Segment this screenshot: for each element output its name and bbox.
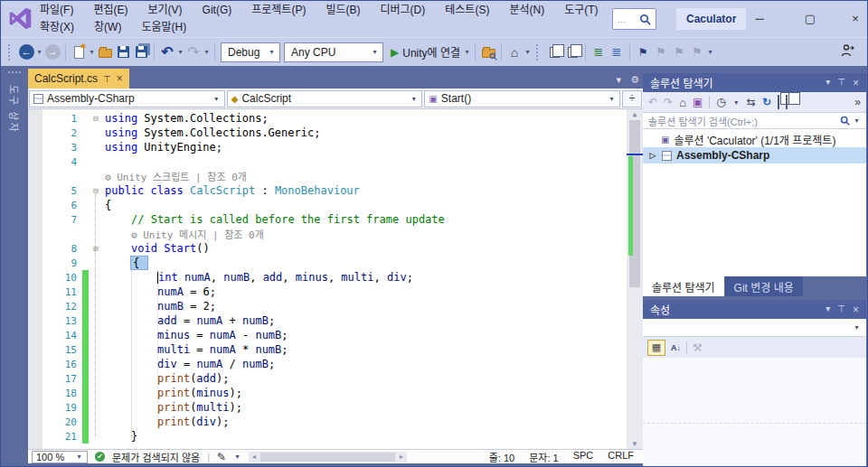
code-text[interactable]: int numA, numB, add, minus, multi, div;	[105, 271, 413, 284]
code-text[interactable]: ⚙ Unity 스크립트 | 참조 0개	[105, 169, 247, 183]
properties-object-combobox[interactable]: ▾	[643, 319, 866, 337]
member-dropdown[interactable]: ▣ Start() ▾	[424, 90, 620, 107]
code-line[interactable]: 21}	[28, 429, 627, 444]
code-text[interactable]: minus = numA - numB;	[105, 329, 288, 341]
code-line[interactable]: 7// Start is called before the first fra…	[28, 212, 627, 227]
code-line[interactable]: 19print(multi);	[28, 400, 627, 415]
send-feedback-icon[interactable]	[840, 43, 854, 58]
property-pages-wrench-icon[interactable]: ⚒	[693, 341, 703, 354]
code-text[interactable]: multi = numA * numB;	[105, 343, 288, 356]
code-editor[interactable]: 1⊟using System.Collections;2using System…	[28, 109, 643, 449]
code-text[interactable]: }	[105, 430, 137, 443]
code-line[interactable]: 1⊟using System.Collections;	[28, 111, 627, 126]
properties-header[interactable]: 속성 ▾ ⊤ ×	[643, 300, 866, 319]
code-text[interactable]: div = numA / numB;	[105, 358, 275, 370]
tab-options-gear-icon[interactable]: ⚙	[630, 74, 639, 86]
search-options-dropdown[interactable]: ▾	[853, 117, 861, 125]
scroll-right-icon[interactable]: ▸	[396, 453, 407, 461]
code-line[interactable]: 17print(add);	[28, 371, 627, 386]
window-position-dropdown-icon[interactable]: ▾	[826, 77, 830, 89]
fold-marker-icon[interactable]: ⊟	[89, 186, 103, 195]
code-line[interactable]: 5⊟public class CalcScript : MonoBehaviou…	[28, 183, 627, 198]
clear-bookmarks-icon[interactable]: ⚑	[688, 42, 706, 62]
scroll-down-icon[interactable]: ▼	[627, 440, 643, 448]
navigate-forward-button[interactable]: →	[43, 42, 61, 62]
preview-selected-icon[interactable]	[786, 96, 788, 108]
code-text[interactable]: void Start()	[105, 242, 210, 255]
sync-dropdown[interactable]: ▾	[524, 48, 532, 56]
solution-explorer-header[interactable]: 솔루션 탐색기 ▾ ⊤ ×	[643, 73, 866, 92]
code-line[interactable]: 4	[28, 154, 627, 169]
code-line[interactable]: 14minus = numA - numB;	[28, 328, 627, 342]
code-text[interactable]: // Start is called before the first fram…	[105, 213, 445, 226]
code-text[interactable]: print(minus);	[105, 387, 242, 399]
toolbar-overflow-icon[interactable]: »	[854, 96, 861, 108]
window-position-dropdown-icon[interactable]: ▾	[826, 304, 830, 316]
code-line[interactable]: 10int numA, numB, add, minus, multi, div…	[28, 270, 627, 285]
code-line[interactable]: 13add = numA + numB;	[28, 313, 627, 328]
code-text[interactable]: print(multi);	[105, 401, 242, 414]
code-text[interactable]: {	[105, 257, 147, 269]
navigate-back-dropdown[interactable]: ▾	[35, 48, 43, 56]
tab-git-changes[interactable]: Git 변경 내용	[725, 276, 803, 296]
code-text[interactable]: using System.Collections.Generic;	[105, 126, 320, 139]
code-text[interactable]: public class CalcScript : MonoBehaviour	[105, 184, 360, 197]
type-dropdown[interactable]: ◆ CalcScript ▾	[227, 90, 423, 107]
menu-item-1[interactable]: 창(W)	[84, 18, 131, 36]
refresh-icon[interactable]: ↻	[762, 96, 771, 108]
bookmark-dropdown[interactable]: ▾	[706, 48, 714, 56]
fold-marker-icon[interactable]: ⊟	[89, 244, 103, 253]
zoom-dropdown[interactable]: 100 %▾	[32, 451, 88, 463]
scroll-left-icon[interactable]: ◂	[249, 453, 259, 461]
editor-vertical-scrollbar[interactable]: ▲ ▼	[627, 109, 643, 449]
navigate-back-button[interactable]: ←	[17, 42, 35, 62]
code-text[interactable]: ⚙ Unity 메시지 | 참조 0개	[105, 227, 264, 241]
next-bookmark-icon[interactable]: ⚑	[670, 42, 688, 62]
document-tab[interactable]: CalcScript.cs ⊤ ×	[28, 69, 129, 89]
quick-search-box[interactable]: ...	[612, 8, 656, 30]
code-cleanup-icon[interactable]: ✎	[217, 451, 226, 463]
outline-window-icon[interactable]	[563, 42, 581, 62]
back-icon[interactable]: ↶	[648, 96, 657, 108]
switch-views-icon[interactable]: ▣	[693, 96, 703, 108]
code-text[interactable]: print(div);	[105, 416, 230, 428]
code-line[interactable]: 16div = numA / numB;	[28, 357, 627, 371]
code-line[interactable]: 9{	[28, 256, 627, 270]
document-tab-label[interactable]: CalcScript.cs	[34, 72, 98, 85]
menu-item-5[interactable]: 빌드(B)	[316, 1, 370, 19]
toolbar-grip[interactable]	[8, 44, 13, 61]
alphabetical-sort-button[interactable]: A↓	[671, 343, 681, 352]
split-window-button[interactable]: ÷	[622, 90, 642, 107]
menu-item-2[interactable]: 도움말(H)	[131, 18, 196, 36]
close-panel-icon[interactable]: ×	[853, 77, 859, 89]
new-file-dropdown[interactable]: ▾	[88, 48, 96, 56]
sync-namespace-button[interactable]: ⌂	[505, 42, 524, 62]
code-text[interactable]: numA = 6;	[105, 285, 216, 298]
redo-button[interactable]: ↷	[184, 42, 203, 62]
increase-indent-icon[interactable]: ≣	[608, 42, 626, 62]
redo-dropdown[interactable]: ▾	[203, 48, 211, 56]
tab-list-dropdown-icon[interactable]: ▾	[617, 74, 622, 86]
collapse-all-icon[interactable]	[778, 96, 779, 108]
scroll-up-icon[interactable]: ▲	[627, 110, 643, 118]
health-check-icon[interactable]: ✔	[95, 452, 105, 462]
new-window-icon[interactable]	[545, 42, 563, 62]
code-line[interactable]: ⚙ Unity 스크립트 | 참조 0개	[28, 169, 627, 183]
fold-marker-icon[interactable]: ⊟	[89, 114, 103, 123]
toolbox-side-tab[interactable]: 도구 상자	[1, 66, 28, 467]
menu-item-0[interactable]: 파일(F)	[30, 1, 83, 19]
close-tab-icon[interactable]: ×	[117, 72, 123, 85]
menu-item-1[interactable]: 편집(E)	[83, 1, 137, 19]
code-cleanup-dropdown[interactable]: ▾	[233, 453, 241, 461]
pin-panel-icon[interactable]: ⊤	[837, 77, 845, 89]
decrease-indent-icon[interactable]: ≣	[590, 42, 608, 62]
toolbox-tab-label[interactable]: 도구 상자	[7, 85, 22, 134]
menu-item-4[interactable]: 프로젝트(P)	[241, 1, 316, 19]
close-button[interactable]: ×	[840, 5, 868, 32]
close-panel-icon[interactable]: ×	[853, 304, 859, 316]
save-all-button[interactable]	[132, 42, 150, 62]
start-debug-icon[interactable]: ▶	[391, 46, 399, 59]
health-message[interactable]: 문제가 검색되지 않음	[112, 450, 200, 464]
attach-to-unity-button[interactable]: Unity에 연결	[402, 44, 460, 60]
code-line[interactable]: 12numB = 2;	[28, 299, 627, 313]
